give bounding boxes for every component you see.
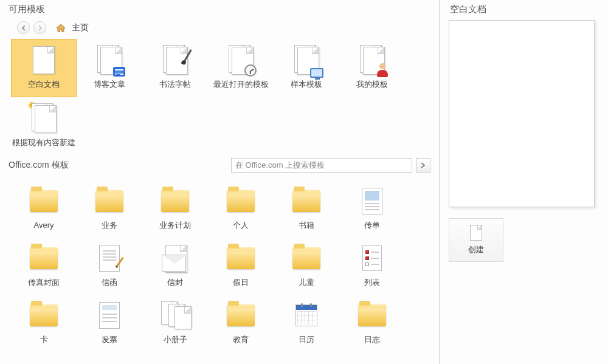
template-label: 个人 [233, 221, 249, 230]
templates-area: 空白文档博客文章书法字帖最近打开的模板样本模板我的模板✺根据现有内容新建 [0, 39, 439, 156]
office-template-item[interactable]: 信函 [77, 237, 142, 294]
recent-icon [223, 43, 259, 77]
template-label: 列表 [364, 278, 380, 287]
home-icon [56, 24, 66, 32]
blank-icon [26, 43, 62, 77]
template-item-blank[interactable]: 空白文档 [11, 39, 77, 97]
template-label: 根据现有内容新建 [12, 138, 75, 148]
folder-icon [157, 184, 193, 218]
office-section-header: Office.com 模板 在 Office.com 上搜索模板 [0, 156, 439, 176]
folder-icon [288, 184, 325, 218]
office-template-item[interactable]: 卡 [11, 294, 77, 351]
office-template-item[interactable]: 书籍 [274, 180, 339, 237]
letter-icon [91, 241, 128, 275]
template-label: 传单 [364, 221, 380, 230]
create-button[interactable]: 创建 [449, 218, 503, 262]
template-label: 信封 [167, 278, 183, 287]
office-template-item[interactable]: 儿童 [274, 237, 339, 294]
template-item-blog[interactable]: 博客文章 [77, 39, 142, 97]
office-template-item[interactable]: 小册子 [142, 294, 208, 351]
calligraphy-icon [157, 43, 193, 77]
flyer-icon [354, 184, 390, 218]
office-template-item[interactable]: 假日 [208, 237, 274, 294]
template-item-sample[interactable]: 样本模板 [274, 39, 339, 97]
office-template-item[interactable]: 发票 [77, 294, 142, 351]
from-existing-icon: ✺ [26, 101, 62, 136]
template-item-my[interactable]: 我的模板 [339, 39, 405, 97]
folder-icon [26, 241, 62, 275]
template-label: 我的模板 [356, 80, 388, 89]
search-placeholder: 在 Office.com 上搜索模板 [235, 160, 325, 171]
left-pane: 可用模板 主页 空白文档博客文章书法字帖最近打开的模板样本模板我的模板✺根据现有… [0, 0, 440, 364]
office-template-item[interactable]: 日志 [339, 294, 405, 351]
template-label: 发票 [102, 335, 117, 345]
office-section-label: Office.com 模板 [9, 160, 227, 171]
office-template-item[interactable]: Avery [11, 180, 77, 237]
template-label: 空白文档 [28, 80, 60, 89]
folder-icon [223, 184, 259, 218]
office-template-item[interactable]: 个人 [208, 180, 274, 237]
template-item-calligraphy[interactable]: 书法字帖 [142, 39, 208, 97]
template-label: 信函 [102, 278, 117, 287]
arrow-left-icon [21, 26, 26, 30]
template-item-recent[interactable]: 最近打开的模板 [208, 39, 274, 97]
search-go-button[interactable] [416, 158, 430, 173]
template-label: 儿童 [299, 278, 314, 287]
template-label: 教育 [233, 335, 249, 345]
section-title: 可用模板 [0, 0, 439, 21]
folder-icon [26, 298, 62, 332]
template-label: 业务计划 [159, 221, 191, 230]
template-label: 假日 [233, 278, 249, 287]
template-label: 日志 [364, 335, 380, 345]
office-template-item[interactable]: 业务 [77, 180, 142, 237]
folder-icon [91, 184, 128, 218]
breadcrumb-home[interactable]: 主页 [72, 22, 89, 33]
template-label: 传真封面 [28, 278, 60, 287]
office-template-item[interactable]: 业务计划 [142, 180, 208, 237]
create-button-label: 创建 [468, 244, 484, 255]
template-label: 书法字帖 [159, 80, 191, 89]
breadcrumb-bar: 主页 [0, 21, 439, 39]
office-template-item[interactable]: 日历 [274, 294, 339, 351]
template-label: 样本模板 [291, 80, 322, 89]
folder-icon [288, 241, 325, 275]
folder-icon [223, 241, 259, 275]
folder-icon [354, 298, 390, 332]
checklist-icon [354, 241, 390, 275]
office-template-item[interactable]: 教育 [208, 294, 274, 351]
folder-icon [26, 184, 62, 218]
my-icon [354, 43, 390, 77]
office-template-item[interactable]: 传真封面 [11, 237, 77, 294]
template-label: 书籍 [299, 221, 314, 230]
document-icon [470, 225, 482, 241]
template-label: 日历 [299, 335, 314, 345]
right-pane: 空白文档 创建 [440, 0, 608, 364]
template-label: 博客文章 [94, 80, 125, 89]
template-label: 小册子 [164, 335, 187, 345]
sample-icon [288, 43, 325, 77]
template-label: 卡 [40, 335, 48, 345]
template-label: Avery [34, 221, 54, 230]
arrow-right-icon [38, 26, 43, 30]
template-item-from-existing[interactable]: ✺根据现有内容新建 [11, 97, 77, 156]
search-input[interactable]: 在 Office.com 上搜索模板 [231, 158, 412, 173]
template-label: 最近打开的模板 [213, 80, 269, 89]
booklet-icon [157, 298, 193, 332]
office-template-item[interactable]: 列表 [339, 237, 405, 294]
envelope-icon [157, 241, 193, 275]
office-template-item[interactable]: 传单 [339, 180, 405, 237]
calendar-icon [288, 298, 325, 332]
arrow-right-icon [420, 162, 426, 168]
office-templates-grid: Avery业务业务计划个人书籍传单传真封面信函信封假日儿童列表卡发票小册子教育日… [0, 176, 439, 351]
invoice-icon [91, 298, 128, 332]
office-template-item[interactable]: 信封 [142, 237, 208, 294]
nav-back-button[interactable] [17, 21, 30, 34]
nav-forward-button[interactable] [33, 21, 46, 34]
blog-icon [91, 43, 128, 77]
preview-title: 空白文档 [449, 4, 599, 20]
folder-icon [223, 298, 259, 332]
preview-box [449, 20, 595, 207]
template-label: 业务 [102, 221, 117, 230]
